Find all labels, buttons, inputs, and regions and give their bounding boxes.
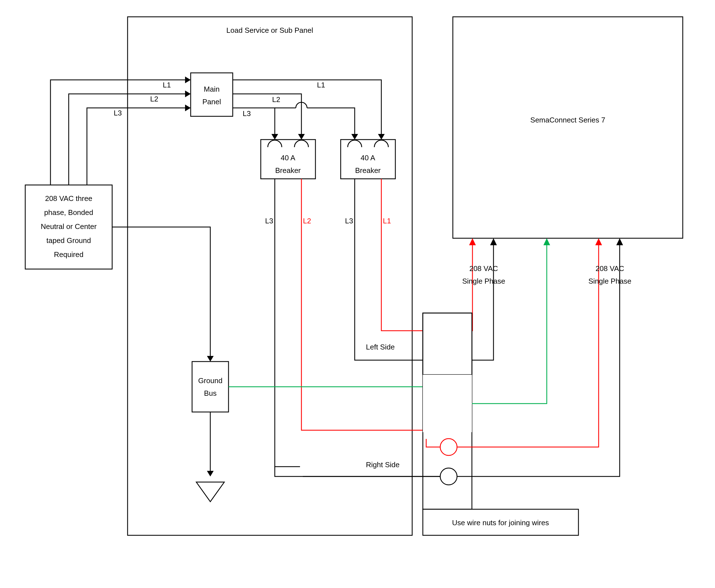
sub-panel-title: Load Service or Sub Panel <box>226 26 313 35</box>
main-panel-box <box>191 73 233 116</box>
breaker1-l1: 40 A <box>281 153 295 162</box>
breaker2-l2: Breaker <box>355 166 381 175</box>
label-b1-L3: L3 <box>265 217 273 225</box>
arrow-sema-red2 <box>595 238 602 245</box>
sema-box <box>453 17 683 238</box>
phase-note-right-2: Single Phase <box>588 277 631 285</box>
source-l3: Neutral or Center <box>41 222 97 231</box>
note-text: Use wire nuts for joining wires <box>452 519 549 527</box>
arrow-sema-red1 <box>469 238 476 245</box>
source-l1: 208 VAC three <box>45 194 93 203</box>
arrow-sema-grn <box>544 238 550 245</box>
label-b1-L2: L2 <box>303 217 311 225</box>
ground-bus-box <box>192 361 228 412</box>
phase-note-left-1: 208 VAC <box>469 264 498 273</box>
source-l5: Required <box>54 250 84 259</box>
source-l4: taped Ground <box>46 236 91 245</box>
left-side-label: Left Side <box>366 343 395 351</box>
phase-note-right-1: 208 VAC <box>596 264 624 273</box>
main-panel-l1: Main <box>204 85 220 93</box>
ground-bus-l1: Ground <box>198 376 223 385</box>
sema-label: SemaConnect Series 7 <box>530 116 605 124</box>
label-L1-out: L1 <box>317 81 325 89</box>
ground-group <box>423 375 472 432</box>
label-L1-in: L1 <box>163 81 171 89</box>
label-b2-L1: L1 <box>383 217 391 225</box>
source-l2: phase, Bonded <box>44 208 94 217</box>
left-side-group <box>423 313 472 375</box>
right-side-label: Right Side <box>366 461 400 469</box>
breaker1-l2: Breaker <box>275 166 301 175</box>
terminal-5-black <box>440 468 457 485</box>
label-L2-in: L2 <box>150 95 159 103</box>
label-L3-in: L3 <box>114 109 122 117</box>
label-L3-out: L3 <box>243 109 251 118</box>
svg-rect-0 <box>300 465 303 513</box>
ground-bus-l2: Bus <box>204 389 217 397</box>
wire-sema-red2 <box>457 245 599 447</box>
wiring-diagram: Load Service or Sub Panel 208 VAC three … <box>0 0 715 588</box>
label-b2-L3: L3 <box>345 217 353 225</box>
terminal-4-red <box>440 439 457 456</box>
phase-note-left-2: Single Phase <box>462 277 505 285</box>
arrow-sema-blk1 <box>490 238 497 245</box>
breaker2-l1: 40 A <box>361 153 375 162</box>
label-L2-out: L2 <box>272 95 280 104</box>
arrow-sema-blk2 <box>616 238 623 245</box>
main-panel-l2: Panel <box>202 98 221 106</box>
sub-panel-box <box>127 17 412 535</box>
